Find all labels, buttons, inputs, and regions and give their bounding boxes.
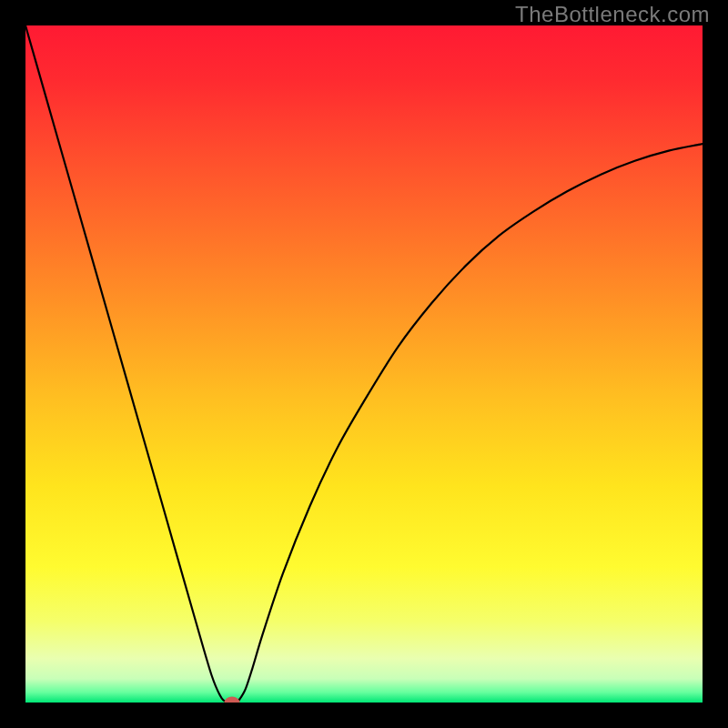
chart-frame: TheBottleneck.com xyxy=(0,0,728,728)
watermark-text: TheBottleneck.com xyxy=(515,2,710,27)
optimum-marker xyxy=(224,697,239,703)
gradient-background xyxy=(25,25,703,703)
plot-svg xyxy=(25,25,703,703)
plot-area xyxy=(25,25,703,703)
